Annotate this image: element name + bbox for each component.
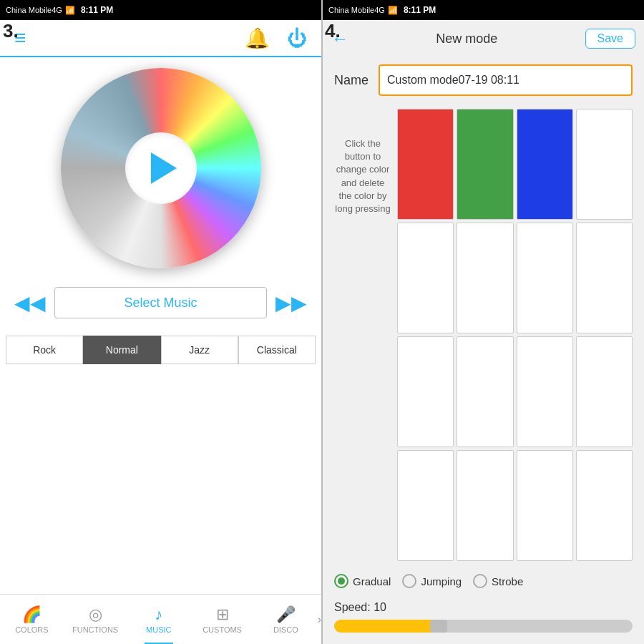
- save-button[interactable]: Save: [585, 29, 635, 49]
- radio-row: Gradual Jumping Strobe: [323, 567, 644, 595]
- color-cell-empty-7[interactable]: [457, 336, 513, 447]
- color-cell-empty-12[interactable]: [517, 450, 573, 561]
- radio-circle-gradual: [334, 574, 348, 588]
- functions-icon: ◎: [89, 605, 102, 624]
- color-cell-blue[interactable]: [517, 109, 573, 220]
- color-cell-empty-10[interactable]: [397, 450, 454, 561]
- slider-fill: [334, 620, 439, 633]
- slider-thumb[interactable]: [430, 620, 447, 633]
- power-icon: ⏻: [287, 27, 307, 49]
- bottom-nav: 🌈 COLORS ◎ FUNCTIONS ♪ MUSIC ⊞ CUSTOMS 🎤…: [0, 594, 321, 644]
- radio-label-jumping: Jumping: [421, 575, 462, 587]
- cd-area: [0, 57, 321, 278]
- colors-icon: 🌈: [22, 605, 42, 624]
- play-button[interactable]: [151, 152, 177, 184]
- speed-label: Speed: 10: [334, 601, 633, 614]
- nav-expand[interactable]: ›: [318, 613, 321, 626]
- carrier-right: China Mobile4G: [328, 6, 385, 14]
- nav-music[interactable]: ♪ MUSIC: [127, 595, 190, 644]
- color-cell-empty-5[interactable]: [576, 223, 633, 333]
- genre-jazz[interactable]: Jazz: [161, 336, 238, 364]
- carrier-left: China Mobile4G: [6, 6, 62, 14]
- instruction-text: Click the button to change color and del…: [334, 109, 391, 561]
- controls-area: ◀◀ Select Music ▶▶: [0, 278, 321, 336]
- genre-classical[interactable]: Classical: [238, 336, 316, 364]
- nav-customs-label: CUSTOMS: [203, 625, 242, 634]
- speed-area: Speed: 10: [323, 595, 644, 644]
- spacer-left: [0, 373, 321, 594]
- nav-functions-label: FUNCTIONS: [72, 625, 118, 634]
- radio-circle-jumping: [402, 574, 416, 588]
- status-bar-right: China Mobile4G 📶 8:11 PM: [323, 0, 644, 20]
- color-cell-empty-8[interactable]: [517, 336, 573, 447]
- color-cell-empty-6[interactable]: [397, 336, 454, 447]
- color-cell-empty-13[interactable]: [576, 450, 633, 561]
- color-cell-empty-11[interactable]: [457, 450, 513, 561]
- step3-label: 3.: [3, 20, 19, 42]
- left-panel: China Mobile4G 📶 8:11 PM ≡ 🔔 ⏻: [0, 0, 321, 644]
- color-grid: [397, 109, 633, 561]
- prev-button[interactable]: ◀◀: [11, 291, 49, 315]
- color-cell-red[interactable]: [397, 109, 454, 220]
- color-cell-empty-1[interactable]: [576, 109, 633, 220]
- power-button[interactable]: ⏻: [284, 26, 310, 50]
- disco-icon: 🎤: [276, 605, 296, 624]
- status-bar-left: China Mobile4G 📶 8:11 PM: [0, 0, 321, 20]
- nav-functions[interactable]: ◎ FUNCTIONS: [64, 595, 127, 644]
- step4-label: 4.: [325, 20, 341, 42]
- color-grid-container: Click the button to change color and del…: [323, 103, 644, 567]
- cd-disc: [61, 68, 261, 268]
- status-icons-right: 📶: [388, 6, 398, 15]
- name-input[interactable]: [379, 64, 633, 96]
- radio-circle-strobe: [473, 574, 487, 588]
- nav-colors[interactable]: 🌈 COLORS: [0, 595, 64, 644]
- top-bar-left: ≡ 🔔 ⏻: [0, 20, 321, 57]
- new-mode-title: New mode: [436, 31, 497, 47]
- color-cell-green[interactable]: [457, 109, 513, 220]
- time-left: 8:11 PM: [81, 5, 113, 15]
- select-music-button[interactable]: Select Music: [54, 287, 267, 318]
- status-icons-left: 📶: [65, 6, 75, 15]
- music-controls: ◀◀ Select Music ▶▶: [11, 287, 310, 318]
- radio-label-strobe: Strobe: [492, 575, 523, 587]
- nav-colors-label: COLORS: [15, 625, 48, 634]
- next-button[interactable]: ▶▶: [273, 291, 310, 315]
- music-icon: ♪: [155, 605, 162, 624]
- radio-label-gradual: Gradual: [353, 575, 391, 587]
- radio-jumping[interactable]: Jumping: [402, 574, 462, 588]
- genre-rock[interactable]: Rock: [6, 336, 83, 364]
- genre-row: Rock Normal Jazz Classical: [0, 336, 321, 373]
- genre-normal[interactable]: Normal: [83, 336, 160, 364]
- color-cell-empty-2[interactable]: [397, 223, 454, 333]
- speed-slider-track[interactable]: [334, 620, 633, 633]
- name-label: Name: [334, 73, 370, 88]
- nav-disco-label: DISCO: [273, 625, 298, 634]
- name-row: Name: [323, 57, 644, 103]
- color-cell-empty-4[interactable]: [517, 223, 573, 333]
- cd-center[interactable]: [125, 132, 197, 204]
- nav-disco[interactable]: 🎤 DISCO: [254, 595, 318, 644]
- color-cell-empty-3[interactable]: [457, 223, 513, 333]
- alarm-button[interactable]: 🔔: [242, 26, 273, 50]
- nav-music-label: MUSIC: [146, 625, 171, 634]
- top-bar-right: ← New mode Save: [323, 20, 644, 57]
- color-cell-empty-9[interactable]: [576, 336, 633, 447]
- right-panel: China Mobile4G 📶 8:11 PM ← New mode Save…: [323, 0, 644, 644]
- time-right: 8:11 PM: [404, 5, 436, 15]
- alarm-icon: 🔔: [245, 27, 270, 49]
- customs-icon: ⊞: [216, 605, 229, 624]
- nav-customs[interactable]: ⊞ CUSTOMS: [190, 595, 254, 644]
- radio-strobe[interactable]: Strobe: [473, 574, 523, 588]
- radio-gradual[interactable]: Gradual: [334, 574, 391, 588]
